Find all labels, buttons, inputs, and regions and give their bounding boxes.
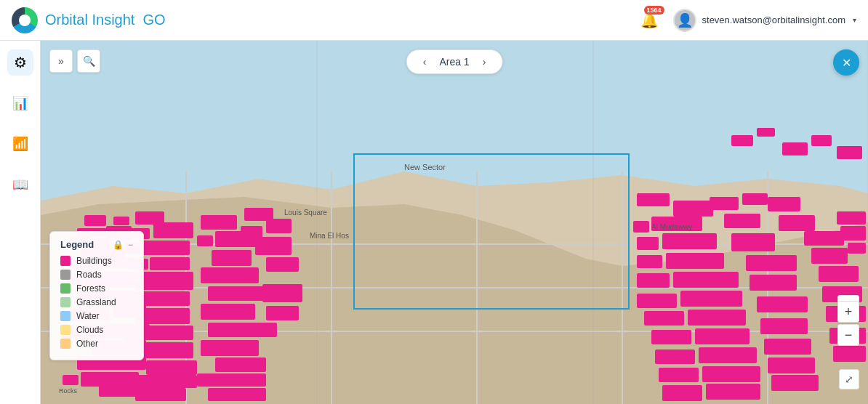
svg-text:New Sector: New Sector (404, 163, 446, 171)
user-menu-button[interactable]: 👤 steven.watson@orbitalinsight.com ▾ (673, 9, 856, 32)
app-title: Orbital Insight GO (45, 12, 166, 28)
area-next-button[interactable]: › (478, 54, 491, 69)
svg-rect-106 (771, 375, 819, 391)
svg-rect-11 (84, 215, 106, 226)
svg-rect-78 (731, 233, 775, 251)
sidebar-item-reports[interactable]: 📶 (7, 131, 33, 157)
svg-rect-94 (760, 318, 808, 334)
fullscreen-button[interactable]: ⤢ (839, 369, 859, 389)
user-avatar: 👤 (673, 9, 696, 32)
svg-text:Al Mudawwy: Al Mudawwy (651, 223, 692, 231)
svg-rect-70 (710, 197, 739, 210)
legend-header: Legend 🔒 − (60, 239, 133, 250)
svg-rect-63 (215, 357, 266, 372)
svg-rect-56 (266, 257, 299, 272)
svg-rect-50 (197, 235, 213, 246)
buildings-label: Buildings (76, 256, 112, 266)
svg-rect-105 (662, 385, 702, 401)
buildings-swatch (60, 256, 71, 266)
legend-item-roads: Roads (60, 270, 133, 280)
svg-rect-115 (837, 146, 862, 159)
header: Orbital Insight GO 🔔 1564 👤 steven.watso… (0, 0, 868, 41)
zoom-out-button[interactable]: − (837, 324, 859, 346)
svg-rect-92 (695, 328, 750, 344)
svg-rect-90 (757, 296, 808, 312)
svg-rect-98 (764, 339, 811, 355)
svg-rect-37 (150, 257, 190, 270)
water-swatch (60, 311, 71, 321)
grassland-label: Grassland (76, 297, 116, 307)
svg-text:Louis Square: Louis Square (284, 209, 327, 217)
svg-rect-30 (63, 375, 79, 385)
bar-chart-icon: 📶 (12, 136, 28, 152)
sidebar-item-analytics[interactable]: 📊 (7, 90, 33, 116)
zoom-controls: + − (837, 301, 859, 346)
svg-rect-100 (702, 366, 760, 382)
forests-swatch (60, 283, 71, 294)
svg-rect-102 (768, 357, 815, 373)
expand-icon: ⤢ (845, 373, 853, 385)
svg-rect-114 (811, 135, 832, 146)
svg-rect-47 (201, 215, 237, 230)
svg-rect-89 (644, 311, 684, 326)
svg-rect-59 (262, 284, 302, 302)
map-container[interactable]: New Sector Louis Square Mina El Hos Al M… (41, 41, 868, 404)
svg-rect-39 (135, 272, 193, 290)
clouds-swatch (60, 325, 71, 335)
svg-rect-51 (266, 219, 292, 233)
svg-rect-112 (757, 128, 775, 137)
svg-rect-108 (837, 211, 866, 225)
plugin-button[interactable]: ✕ (833, 49, 859, 76)
legend-title: Legend (60, 239, 94, 250)
notification-button[interactable]: 🔔 1564 (638, 9, 662, 32)
svg-rect-72 (662, 233, 717, 249)
roads-swatch (60, 270, 71, 280)
sidebar: ⚙ 📊 📶 📖 (0, 41, 41, 404)
expand-button[interactable]: » (49, 49, 73, 73)
svg-rect-60 (208, 323, 277, 337)
sidebar-item-settings[interactable]: ⚙ (7, 49, 33, 76)
legend-panel: Legend 🔒 − Buildings Roads Forests Grass… (49, 231, 144, 360)
other-label: Other (76, 339, 98, 349)
map-background: New Sector Louis Square Mina El Hos Al M… (41, 41, 868, 404)
chart-icon: 📊 (12, 95, 28, 111)
svg-rect-64 (197, 373, 266, 387)
header-right: 🔔 1564 👤 steven.watson@orbitalinsight.co… (638, 9, 856, 32)
map-bottom-right: ⤢ (839, 369, 859, 389)
svg-rect-75 (768, 197, 800, 211)
legend-item-forests: Forests (60, 283, 133, 294)
svg-rect-73 (637, 237, 659, 250)
clouds-label: Clouds (76, 325, 103, 335)
legend-collapse-button[interactable]: − (128, 240, 133, 250)
svg-rect-43 (135, 342, 193, 358)
zoom-in-button[interactable]: + (837, 301, 859, 323)
logo-icon (12, 7, 38, 33)
sidebar-item-locations[interactable]: 📖 (7, 171, 33, 198)
svg-rect-55 (201, 267, 259, 283)
area-navigator: ‹ Area 1 › (406, 49, 503, 74)
app-title-main: Orbital Insight (45, 12, 134, 28)
legend-lock-button[interactable]: 🔒 (113, 240, 124, 250)
svg-rect-84 (680, 291, 742, 307)
header-left: Orbital Insight GO (12, 7, 166, 33)
svg-rect-66 (637, 193, 670, 206)
svg-rect-77 (637, 255, 662, 268)
legend-item-buildings: Buildings (60, 256, 133, 266)
legend-item-grassland: Grassland (60, 297, 133, 307)
forests-label: Forests (76, 283, 105, 294)
legend-controls: 🔒 − (113, 240, 133, 250)
svg-rect-58 (201, 304, 255, 320)
svg-rect-88 (688, 310, 746, 326)
svg-rect-54 (255, 237, 292, 255)
search-button[interactable]: 🔍 (77, 49, 100, 73)
svg-rect-87 (811, 248, 848, 264)
svg-text:Rocks: Rocks (59, 387, 78, 395)
svg-text:Mina El Hos: Mina El Hos (310, 232, 349, 240)
water-label: Water (76, 311, 100, 321)
user-email: steven.watson@orbitalinsight.com (702, 15, 845, 25)
svg-rect-81 (637, 273, 670, 288)
svg-rect-83 (804, 231, 844, 246)
svg-rect-80 (673, 272, 739, 288)
area-prev-button[interactable]: ‹ (419, 54, 431, 69)
svg-rect-85 (637, 294, 677, 308)
